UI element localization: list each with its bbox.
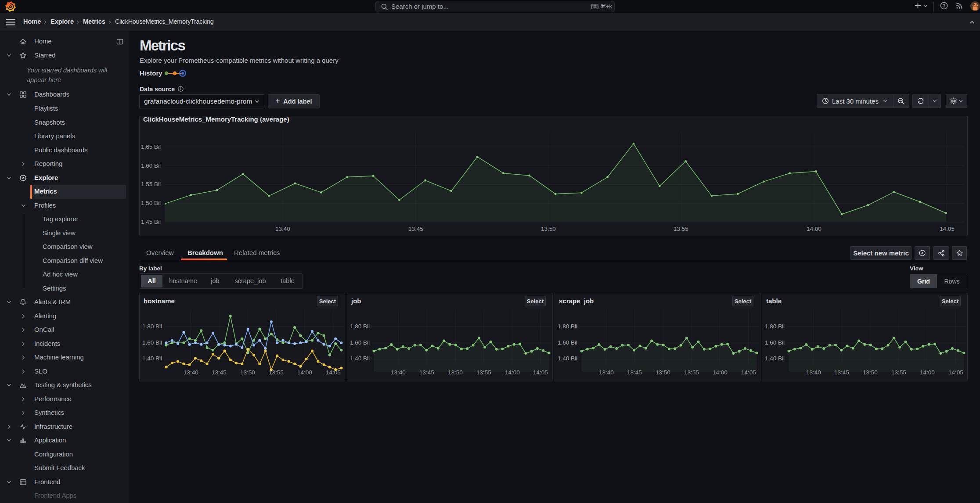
svg-text:k6: k6 bbox=[22, 386, 25, 388]
